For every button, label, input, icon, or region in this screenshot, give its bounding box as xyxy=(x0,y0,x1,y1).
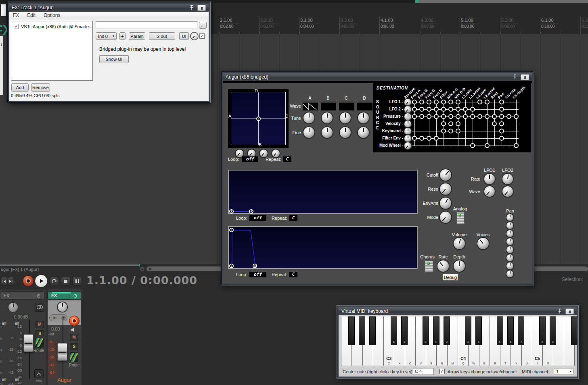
fx-chain-window[interactable]: FX: Track 1 "Augur" x FX Edit Options ✓ … xyxy=(7,2,210,103)
chorus-depth-knob[interactable] xyxy=(454,260,465,272)
matrix-cell-Pressure-Pan[interactable] xyxy=(499,114,504,119)
go-to-start-button[interactable] xyxy=(1,277,7,285)
matrix-cell-LFO 1-Freq B[interactable] xyxy=(419,100,424,104)
output-pan-knob-2[interactable] xyxy=(506,222,513,229)
browse-button[interactable]: ... xyxy=(199,22,207,29)
black-key[interactable] xyxy=(369,316,376,345)
lfo2-rate-knob[interactable] xyxy=(502,174,513,184)
matrix-cell-LFO 2-Mix B-D[interactable] xyxy=(456,107,460,112)
matrix-cell-Velocity-Filter[interactable] xyxy=(441,121,446,126)
param-button[interactable]: Param xyxy=(129,32,145,40)
new-project-icon[interactable] xyxy=(1,4,6,16)
close-button[interactable]: x xyxy=(197,5,206,11)
black-key[interactable]: 0 xyxy=(550,316,556,345)
mode-knob[interactable] xyxy=(440,212,451,223)
black-key[interactable]: 6 xyxy=(507,316,514,345)
env2-repeat-value[interactable]: C xyxy=(289,272,297,277)
matrix-cell-LFO 1-Mix A-C[interactable] xyxy=(448,100,453,104)
matrix-cell-LFO 1-Freq D[interactable] xyxy=(434,100,439,104)
wet-dry-knob[interactable] xyxy=(191,33,198,40)
preset-name-input[interactable] xyxy=(96,21,197,29)
top-scroll-accent[interactable] xyxy=(415,0,419,3)
output-pan-knob-6[interactable] xyxy=(506,254,513,261)
ruler-label-4.1.00[interactable]: 4.1.000:06.00 xyxy=(381,18,398,29)
tune-d-knob[interactable] xyxy=(358,112,369,123)
matrix-cell-LFO 1-Mix B-D[interactable] xyxy=(456,100,460,104)
pause-button[interactable] xyxy=(72,277,82,285)
black-key[interactable] xyxy=(571,316,577,345)
plugin-window-titlebar[interactable]: Augur (x86 bridged) x xyxy=(223,73,532,81)
piano-keyboard[interactable]: C3ZXCVBNMC4QWERTYUC5IOSDGHJ2356790 xyxy=(341,316,574,366)
lfo1-rate-knob[interactable] xyxy=(484,174,495,184)
matrix-cell-Pressure-Mix A-C[interactable] xyxy=(448,114,453,119)
matrix-cell-Pressure-L1.rate[interactable] xyxy=(463,114,468,119)
LFO 1-amount-knob[interactable] xyxy=(404,99,411,106)
close-button[interactable]: x xyxy=(565,308,574,314)
master-fx-button[interactable]: FX xyxy=(0,291,44,300)
analog-switch[interactable] xyxy=(456,212,465,224)
ruler-label-3.3.00[interactable]: 3.3.000:05.00 xyxy=(341,18,358,29)
fx-chain-list[interactable]: ✓ VSTi: Augur (x86) (Antti @ Smarte... xyxy=(11,21,93,81)
matrix-cell-Mod Wheel-Ch.depth[interactable] xyxy=(514,143,519,148)
output-pan-knob-1[interactable] xyxy=(506,214,513,221)
track-mute-button[interactable]: M xyxy=(70,334,78,341)
matrix-cell-Filter Env-Freq D[interactable] xyxy=(434,136,439,141)
ruler-label-2.1.00[interactable]: 2.1.000:02.00 xyxy=(220,18,238,29)
track-input-selector[interactable]: in ▾ xyxy=(49,314,67,321)
power-icon[interactable] xyxy=(69,293,77,298)
save-preset-button[interactable]: + xyxy=(119,32,126,40)
track-solo-button[interactable]: S xyxy=(70,343,78,350)
matrix-cell-Filter Env-Pan[interactable] xyxy=(499,136,504,141)
matrix-cell-Mod Wheel-L1.amnt[interactable] xyxy=(470,143,475,148)
cutoff-knob[interactable] xyxy=(440,169,451,181)
midi-keyboard-titlebar[interactable]: Virtual MIDI keyboard x xyxy=(339,307,577,315)
black-key[interactable]: J xyxy=(444,316,450,345)
env-marker[interactable]: 3 xyxy=(229,209,234,214)
matrix-cell-LFO 2-Freq C[interactable] xyxy=(427,107,431,112)
black-key[interactable]: S xyxy=(391,316,397,345)
fine-b-knob[interactable] xyxy=(322,127,333,138)
matrix-cell-LFO 2-Freq A[interactable] xyxy=(412,107,417,112)
matrix-cell-LFO 1-Freq A[interactable] xyxy=(412,100,417,104)
fine-d-knob[interactable] xyxy=(358,127,369,138)
osc-d-wave-display[interactable] xyxy=(357,102,372,110)
matrix-cell-LFO 1-L2.amnt[interactable] xyxy=(485,100,490,104)
matrix-cell-LFO 1-Filter[interactable] xyxy=(441,100,446,104)
reso-knob[interactable] xyxy=(440,183,451,195)
env-marker[interactable]: 0 xyxy=(229,264,234,268)
output-pan-knob-4[interactable] xyxy=(506,238,513,245)
matrix-cell-Filter Env-Freq C[interactable] xyxy=(427,136,431,141)
ruler-label-2.3.00[interactable]: 2.3.000:03.00 xyxy=(260,18,278,29)
Mod Wheel-amount-knob[interactable] xyxy=(404,142,411,149)
track-pan-knob[interactable] xyxy=(58,302,67,312)
matrix-cell-Keyboard-Mix B-D[interactable] xyxy=(456,129,460,133)
black-key[interactable]: H xyxy=(433,316,439,345)
track-fader[interactable] xyxy=(57,343,67,361)
matrix-cell-LFO 2-Freq B[interactable] xyxy=(419,107,424,112)
matrix-cell-Keyboard-Pan[interactable] xyxy=(499,129,504,133)
mod-matrix[interactable]: DESTINATIONSOURCEAmountFreq AFreq BFreq … xyxy=(373,81,531,152)
matrix-cell-LFO 2-L1.amnt[interactable] xyxy=(470,107,475,112)
matrix-cell-Pressure-Freq D[interactable] xyxy=(434,114,439,119)
show-ui-button[interactable]: Show UI xyxy=(99,55,129,63)
track-fx-button[interactable]: FX xyxy=(48,291,81,300)
plugin-enabled-checkbox[interactable]: ✓ xyxy=(14,24,19,29)
go-to-end-button[interactable] xyxy=(8,277,14,285)
speaker-icon[interactable] xyxy=(70,327,76,334)
pin-icon[interactable] xyxy=(513,74,517,80)
chorus-rate-knob[interactable] xyxy=(437,260,449,272)
env-marker[interactable]: 4 xyxy=(249,209,253,214)
track-volume-readout[interactable]: 0.00 xyxy=(51,327,60,331)
black-key[interactable]: 7 xyxy=(518,316,524,345)
ruler-label-5.3.00[interactable]: 5.3.000:09.00 xyxy=(501,18,519,29)
env-marker[interactable]: 3 xyxy=(229,228,234,232)
arrow-keys-checkbox[interactable]: ✓ xyxy=(439,369,445,374)
close-button[interactable]: x xyxy=(521,74,529,80)
black-key[interactable]: G xyxy=(423,316,429,345)
osc-mix-knob-4[interactable] xyxy=(272,150,280,157)
ui-button[interactable]: UI xyxy=(179,32,189,40)
chorus-switch[interactable] xyxy=(425,260,433,273)
black-key[interactable] xyxy=(348,316,355,345)
matrix-cell-Pressure-Mix B-D[interactable] xyxy=(456,114,460,119)
matrix-cell-LFO 2-Freq D[interactable] xyxy=(434,107,439,112)
